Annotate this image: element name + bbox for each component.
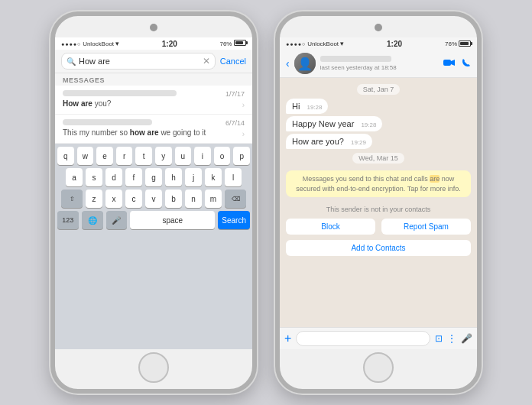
message-hny: Happy New year 19:28 [286,116,471,131]
svg-marker-1 [451,60,455,66]
key-mic[interactable]: 🎤 [106,211,128,229]
right-carrier-label: UnlockBoot [307,40,339,47]
result-2-name [63,119,152,125]
keyboard: q w e r t y u i o p a s d f g h j k [55,144,252,349]
key-globe[interactable]: 🌐 [82,211,103,229]
keyboard-row-1: q w e r t y u i o p [57,147,250,165]
key-j[interactable]: j [185,168,202,186]
right-battery-icon [459,40,471,47]
chat-input-bar: + ⊡ ⋮ 🎤 [280,327,477,349]
contact-name [320,56,391,62]
contact-status: last seen yesterday at 18:58 [320,64,439,71]
bubble-hny: Happy New year 19:28 [286,116,382,131]
date-label-2: Wed, Mar 15 [352,153,404,164]
chevron-icon-2: › [242,130,245,138]
chevron-icon: › [242,101,245,109]
clear-icon[interactable]: ✕ [203,56,210,66]
search-input-wrap[interactable]: 🔍 How are ✕ [61,53,216,70]
right-battery-percent: 76% [445,40,457,47]
key-backspace[interactable]: ⌫ [225,190,246,208]
more-icon[interactable]: ⋮ [447,333,456,344]
key-e[interactable]: e [96,147,113,165]
svg-rect-0 [443,60,451,66]
battery-icon: 76% [219,40,246,47]
search-input[interactable]: How are [79,57,200,66]
key-h[interactable]: h [165,168,182,186]
key-p[interactable]: p [233,147,250,165]
result-2-bold: how are [130,128,159,137]
key-shift[interactable]: ⇧ [61,190,83,208]
sender-notice: This sender is not in your contacts [286,206,471,213]
key-g[interactable]: g [145,168,162,186]
left-status-bar: ●●●●○ UnlockBoot ▾ 1:20 76% [55,37,252,50]
key-k[interactable]: k [205,168,222,186]
right-phone: ●●●●○ UnlockBoot ▾ 1:20 76% ‹ last seen … [275,11,482,394]
key-i[interactable]: i [194,147,211,165]
key-t[interactable]: t [135,147,152,165]
mic-icon[interactable]: 🎤 [461,333,472,344]
message-hi-text: Hi [292,102,300,111]
key-w[interactable]: w [77,147,94,165]
chat-body: Sat, Jan 7 Hi 19:28 Happy New year 19:28… [280,78,477,327]
key-q[interactable]: q [57,147,74,165]
search-result-1[interactable]: How are you? 1/7/17 › [55,86,252,115]
message-hny-text: Happy New year [292,119,354,128]
key-y[interactable]: y [155,147,172,165]
message-hi-time: 19:28 [307,104,322,111]
action-buttons: Block Report Spam [286,219,471,235]
avatar-image [294,53,316,74]
encryption-notice[interactable]: Messages you send to this chat and calls… [286,170,471,197]
key-c[interactable]: c [125,190,142,208]
key-space[interactable]: space [130,211,215,229]
cancel-button[interactable]: Cancel [220,57,246,66]
key-b[interactable]: b [165,190,182,208]
key-s[interactable]: s [86,168,102,186]
result-2-text: This my number so how are we going to it [63,128,225,137]
wifi-icon: ▾ [115,40,119,47]
key-a[interactable]: a [66,168,83,186]
right-status-bar: ●●●●○ UnlockBoot ▾ 1:20 76% [280,37,477,50]
chat-header: ‹ last seen yesterday at 18:58 [280,50,477,78]
result-2-date: 6/7/14 [225,119,245,127]
key-n[interactable]: n [185,190,202,208]
key-z[interactable]: z [86,190,102,208]
back-button[interactable]: ‹ [286,57,290,70]
voice-call-icon[interactable] [462,58,471,70]
report-spam-button[interactable]: Report Spam [381,219,471,235]
block-button[interactable]: Block [286,219,375,235]
video-call-icon[interactable] [443,58,456,70]
right-signal-icon: ●●●●○ [286,41,306,47]
signal-icon: ●●●●○ [61,41,81,47]
right-wifi-icon: ▾ [340,40,344,47]
result-1-name [63,90,177,96]
message-hi: Hi 19:28 [286,99,471,114]
avatar[interactable] [294,53,316,74]
search-result-2[interactable]: This my number so how are we going to it… [55,115,252,144]
key-u[interactable]: u [175,147,192,165]
key-o[interactable]: o [214,147,231,165]
key-123[interactable]: 123 [57,211,79,229]
search-bar: 🔍 How are ✕ Cancel [55,50,252,73]
result-1-date: 1/7/17 [225,90,245,98]
bubble-howareyou: How are you? 19:29 [286,134,372,149]
keyboard-row-4: 123 🌐 🎤 space Search [57,211,250,229]
message-hny-time: 19:28 [361,122,376,128]
camera-icon[interactable]: ⊡ [435,333,443,344]
bubble-hi: Hi 19:28 [286,99,328,114]
search-icon: 🔍 [66,57,76,66]
key-r[interactable]: r [116,147,133,165]
right-time-label: 1:20 [387,40,402,48]
key-l[interactable]: l [225,168,242,186]
key-v[interactable]: v [145,190,162,208]
message-howareyou-time: 19:29 [351,139,366,146]
messages-section-header: MESSAGES [55,73,252,86]
plus-button[interactable]: + [284,332,291,345]
result-1-text: How are you? [63,99,225,108]
chat-text-input[interactable] [296,331,430,346]
key-search[interactable]: Search [218,211,250,229]
key-x[interactable]: x [105,190,122,208]
add-to-contacts-button[interactable]: Add to Contacts [286,240,471,256]
key-d[interactable]: d [105,168,122,186]
key-f[interactable]: f [125,168,142,186]
key-m[interactable]: m [205,190,222,208]
